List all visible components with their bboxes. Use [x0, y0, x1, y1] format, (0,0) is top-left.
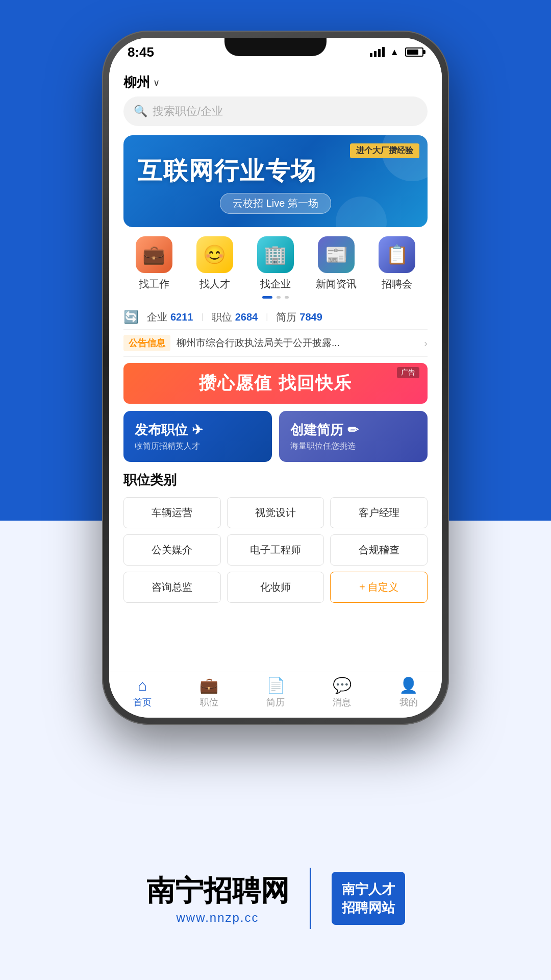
create-resume-sub: 海量职位任您挑选: [290, 441, 356, 452]
bottom-branding: 南宁招聘网 www.nnzp.cc 南宁人才 招聘网站: [0, 868, 551, 929]
talent-icon: 😊: [196, 236, 233, 273]
action-cards: 发布职位 ✈ 收简历招精英人才 创建简历 ✏ 海量职位任您挑选: [123, 411, 428, 462]
nav-label-recruit: 招聘会: [382, 277, 412, 291]
ad-banner[interactable]: 攒心愿值 找回快乐 广告: [123, 363, 428, 404]
dot-active: [262, 296, 272, 299]
nav-label-enterprise: 找企业: [260, 277, 291, 291]
phone-notch: [224, 38, 327, 56]
nav-label-talent: 找人才: [199, 277, 230, 291]
tab-home-label: 首页: [133, 696, 152, 708]
job-tag-1[interactable]: 视觉设计: [227, 497, 324, 528]
nav-item-enterprise[interactable]: 🏢 找企业: [250, 236, 301, 291]
jobs-icon: 💼: [199, 676, 218, 694]
ad-label: 广告: [397, 367, 419, 378]
city-name: 柳州: [123, 74, 150, 91]
battery-icon: [405, 47, 423, 57]
home-icon: ⌂: [138, 677, 147, 694]
banner-sub-title: 云校招 Live 第一场: [220, 193, 331, 214]
job-tag-3[interactable]: 公关媒介: [123, 534, 221, 566]
brand-divider: [310, 868, 311, 929]
dot-inactive2: [285, 296, 289, 299]
stats-row: 🔄 企业 6211 | 职位 2684 | 简历 7849: [123, 307, 428, 329]
chevron-down-icon: ∨: [153, 77, 160, 88]
recruit-icon: 📋: [379, 236, 415, 273]
brand-url: www.nnzp.cc: [176, 911, 259, 925]
nav-label-work: 找工作: [139, 277, 169, 291]
create-resume-card[interactable]: 创建简历 ✏ 海量职位任您挑选: [279, 411, 428, 462]
stat-job: 职位 2684: [212, 310, 258, 324]
job-tag-0[interactable]: 车辆运营: [123, 497, 221, 528]
brand-badge: 南宁人才 招聘网站: [332, 872, 405, 925]
resume-icon: 📄: [266, 676, 285, 694]
create-resume-title: 创建简历 ✏: [290, 421, 359, 439]
job-tag-2[interactable]: 客户经理: [330, 497, 428, 528]
banner-main-title: 互联网行业专场: [138, 155, 316, 187]
status-icons: ▲: [370, 47, 423, 58]
tab-message-label: 消息: [333, 696, 351, 708]
brand-name: 南宁招聘网: [146, 872, 289, 911]
job-tag-custom[interactable]: + 自定义: [330, 572, 428, 603]
search-placeholder: 搜索职位/企业: [153, 104, 223, 119]
status-time: 8:45: [128, 44, 154, 60]
tab-home[interactable]: ⌂ 首页: [109, 677, 176, 708]
notice-tag: 公告信息: [123, 335, 170, 351]
tab-jobs[interactable]: 💼 职位: [176, 676, 242, 708]
nav-item-work[interactable]: 💼 找工作: [129, 236, 180, 291]
job-tag-7[interactable]: 化妆师: [227, 572, 324, 603]
stat-enterprise: 企业 6211: [147, 310, 193, 324]
nav-label-news: 新闻资讯: [316, 277, 357, 291]
notice-row[interactable]: 公告信息 柳州市综合行政执法局关于公开披露... ›: [123, 329, 428, 357]
job-tag-6[interactable]: 咨询总监: [123, 572, 221, 603]
message-icon: 💬: [333, 676, 352, 694]
edit-icon: ✏: [347, 422, 359, 438]
stat-resume: 简历 7849: [276, 310, 322, 324]
profile-icon: 👤: [399, 676, 418, 694]
publish-job-title: 发布职位 ✈: [135, 421, 203, 439]
work-icon: 💼: [136, 236, 172, 273]
tab-message[interactable]: 💬 消息: [309, 676, 375, 708]
search-bar[interactable]: 🔍 搜索职位/企业: [123, 96, 428, 126]
tab-bar: ⌂ 首页 💼 职位 📄 简历 💬 消息 👤 我的: [109, 672, 442, 718]
send-icon: ✈: [192, 422, 203, 438]
nav-item-news[interactable]: 📰 新闻资讯: [311, 236, 362, 291]
enterprise-icon: 🏢: [257, 236, 294, 273]
tab-jobs-label: 职位: [200, 696, 218, 708]
quick-nav: 💼 找工作 😊 找人才 🏢 找企业 📰 新闻资讯: [123, 236, 428, 291]
notice-arrow-icon: ›: [424, 337, 428, 349]
signal-icon: [370, 47, 385, 57]
job-tag-5[interactable]: 合规稽查: [330, 534, 428, 566]
tab-resume[interactable]: 📄 简历: [242, 676, 309, 708]
app-content: 柳州 ∨ 🔍 搜索职位/企业 进个大厂攒经验 互联网行业专场 云校招: [109, 66, 442, 672]
nav-item-recruit[interactable]: 📋 招聘会: [371, 236, 422, 291]
tab-resume-label: 简历: [266, 696, 285, 708]
dot-inactive: [277, 296, 281, 299]
search-icon: 🔍: [134, 105, 147, 118]
news-icon: 📰: [318, 236, 355, 273]
wifi-icon: ▲: [390, 47, 399, 58]
section-title-jobs: 职位类别: [123, 471, 428, 489]
job-grid: 车辆运营 视觉设计 客户经理 公关媒介 电子工程师 合规稽查 咨询总监 化妆师 …: [123, 497, 428, 603]
location-header[interactable]: 柳州 ∨: [123, 66, 428, 96]
banner-tag: 进个大厂攒经验: [350, 143, 419, 158]
publish-job-sub: 收简历招精英人才: [135, 441, 200, 452]
notice-text: 柳州市综合行政执法局关于公开披露...: [177, 336, 418, 350]
publish-job-card[interactable]: 发布职位 ✈ 收简历招精英人才: [123, 411, 272, 462]
nav-item-talent[interactable]: 😊 找人才: [189, 236, 240, 291]
banner[interactable]: 进个大厂攒经验 互联网行业专场 云校招 Live 第一场: [123, 135, 428, 227]
tab-profile-label: 我的: [399, 696, 418, 708]
phone-mockup: 8:45 ▲ 柳州: [102, 31, 449, 725]
tab-profile[interactable]: 👤 我的: [375, 676, 442, 708]
brand-left: 南宁招聘网 www.nnzp.cc: [146, 872, 289, 925]
job-tag-4[interactable]: 电子工程师: [227, 534, 324, 566]
banner-dots: [123, 296, 428, 299]
ad-text: 攒心愿值 找回快乐: [199, 372, 352, 395]
